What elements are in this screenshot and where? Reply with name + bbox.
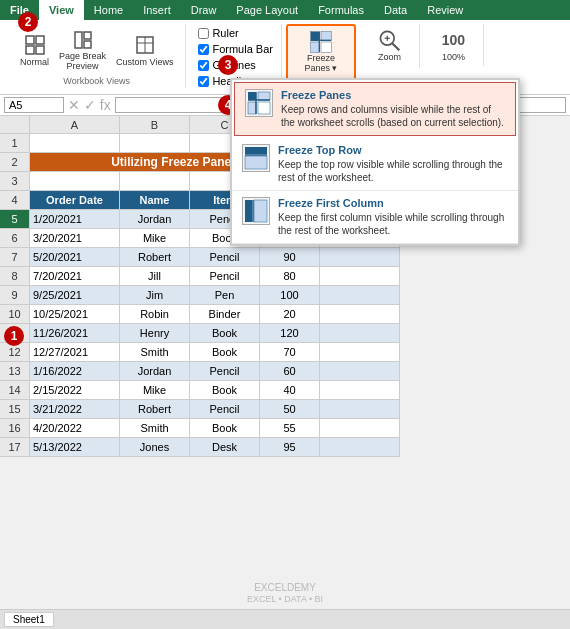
cell-e13[interactable] (320, 362, 400, 381)
cell-a9[interactable]: 9/25/2021 (30, 286, 120, 305)
row-num-4[interactable]: 4 (0, 191, 30, 210)
cell-e10[interactable] (320, 305, 400, 324)
row-num-2[interactable]: 2 (0, 153, 30, 172)
tab-review[interactable]: Review (417, 0, 473, 20)
cell-a15[interactable]: 3/21/2022 (30, 400, 120, 419)
cell-d13[interactable]: 60 (260, 362, 320, 381)
cell-d12[interactable]: 70 (260, 343, 320, 362)
cell-c14[interactable]: Book (190, 381, 260, 400)
cell-d17[interactable]: 95 (260, 438, 320, 457)
cell-a4[interactable]: Order Date (30, 191, 120, 210)
cell-c12[interactable]: Book (190, 343, 260, 362)
cell-b12[interactable]: Smith (120, 343, 190, 362)
cell-e12[interactable] (320, 343, 400, 362)
tab-insert[interactable]: Insert (133, 0, 181, 20)
cell-d8[interactable]: 80 (260, 267, 320, 286)
cell-a17[interactable]: 5/13/2022 (30, 438, 120, 457)
cell-a11[interactable]: 11/26/2021 (30, 324, 120, 343)
cell-d14[interactable]: 40 (260, 381, 320, 400)
tab-data[interactable]: Data (374, 0, 417, 20)
cell-b5[interactable]: Jordan (120, 210, 190, 229)
cell-e17[interactable] (320, 438, 400, 457)
cell-b16[interactable]: Smith (120, 419, 190, 438)
cell-c16[interactable]: Book (190, 419, 260, 438)
cell-e8[interactable] (320, 267, 400, 286)
ruler-checkbox[interactable] (198, 28, 209, 39)
row-num-8[interactable]: 8 (0, 267, 30, 286)
cell-a6[interactable]: 3/20/2021 (30, 229, 120, 248)
cell-e14[interactable] (320, 381, 400, 400)
cell-e9[interactable] (320, 286, 400, 305)
freeze-panes-btn[interactable]: FreezePanes ▾ (296, 28, 346, 76)
formula-bar-checkbox-item[interactable]: Formula Bar (194, 42, 277, 56)
cell-d9[interactable]: 100 (260, 286, 320, 305)
cell-a5[interactable]: 1/20/2021 (30, 210, 120, 229)
row-num-16[interactable]: 16 (0, 419, 30, 438)
cell-c7[interactable]: Pencil (190, 248, 260, 267)
cell-a14[interactable]: 2/15/2022 (30, 381, 120, 400)
cell-a16[interactable]: 4/20/2022 (30, 419, 120, 438)
name-box[interactable] (4, 97, 64, 113)
cell-a13[interactable]: 1/16/2022 (30, 362, 120, 381)
tab-view[interactable]: View (39, 0, 84, 20)
cell-d16[interactable]: 55 (260, 419, 320, 438)
headings-checkbox[interactable] (198, 76, 209, 87)
cell-b3[interactable] (120, 172, 190, 191)
formula-bar-checkbox[interactable] (198, 44, 209, 55)
cell-e15[interactable] (320, 400, 400, 419)
freeze-top-row-option[interactable]: Freeze Top Row Keep the top row visible … (232, 138, 518, 191)
cell-b8[interactable]: Jill (120, 267, 190, 286)
cell-c8[interactable]: Pencil (190, 267, 260, 286)
cell-c13[interactable]: Pencil (190, 362, 260, 381)
cell-a1[interactable] (30, 134, 120, 153)
row-num-5[interactable]: 5 (0, 210, 30, 229)
col-header-b[interactable]: B (120, 116, 190, 134)
cell-e16[interactable] (320, 419, 400, 438)
gridlines-checkbox[interactable] (198, 60, 209, 71)
cell-a10[interactable]: 10/25/2021 (30, 305, 120, 324)
cell-b15[interactable]: Robert (120, 400, 190, 419)
cell-a3[interactable] (30, 172, 120, 191)
cell-b14[interactable]: Mike (120, 381, 190, 400)
cell-d10[interactable]: 20 (260, 305, 320, 324)
row-num-14[interactable]: 14 (0, 381, 30, 400)
cell-c15[interactable]: Pencil (190, 400, 260, 419)
freeze-first-col-option[interactable]: Freeze First Column Keep the first colum… (232, 191, 518, 244)
zoom-100-btn[interactable]: 100 100% (435, 26, 471, 64)
cell-b7[interactable]: Robert (120, 248, 190, 267)
cell-b17[interactable]: Jones (120, 438, 190, 457)
cell-c9[interactable]: Pen (190, 286, 260, 305)
row-num-10[interactable]: 10 (0, 305, 30, 324)
cell-d11[interactable]: 120 (260, 324, 320, 343)
tab-draw[interactable]: Draw (181, 0, 227, 20)
cell-b4[interactable]: Name (120, 191, 190, 210)
row-num-7[interactable]: 7 (0, 248, 30, 267)
row-num-3[interactable]: 3 (0, 172, 30, 191)
cell-b9[interactable]: Jim (120, 286, 190, 305)
row-num-15[interactable]: 15 (0, 400, 30, 419)
cell-d7[interactable]: 90 (260, 248, 320, 267)
freeze-panes-option[interactable]: Freeze Panes Keep rows and columns visib… (234, 82, 516, 136)
custom-views-btn[interactable]: Custom Views (112, 31, 177, 69)
cell-c11[interactable]: Book (190, 324, 260, 343)
cell-b6[interactable]: Mike (120, 229, 190, 248)
cell-c10[interactable]: Binder (190, 305, 260, 324)
cell-b10[interactable]: Robin (120, 305, 190, 324)
col-header-a[interactable]: A (30, 116, 120, 134)
row-num-17[interactable]: 17 (0, 438, 30, 457)
cell-b13[interactable]: Jordan (120, 362, 190, 381)
cell-e11[interactable] (320, 324, 400, 343)
sheet-tab-1[interactable]: Sheet1 (4, 612, 54, 627)
tab-page-layout[interactable]: Page Layout (226, 0, 308, 20)
page-break-btn[interactable]: Page BreakPreview (55, 26, 110, 74)
row-num-6[interactable]: 6 (0, 229, 30, 248)
row-num-1[interactable]: 1 (0, 134, 30, 153)
tab-home[interactable]: Home (84, 0, 133, 20)
cell-b1[interactable] (120, 134, 190, 153)
ruler-checkbox-item[interactable]: Ruler (194, 26, 277, 40)
cell-c17[interactable]: Desk (190, 438, 260, 457)
normal-btn[interactable]: Normal (16, 31, 53, 69)
cell-b11[interactable]: Henry (120, 324, 190, 343)
zoom-btn[interactable]: Zoom (371, 26, 407, 64)
cell-e7[interactable] (320, 248, 400, 267)
